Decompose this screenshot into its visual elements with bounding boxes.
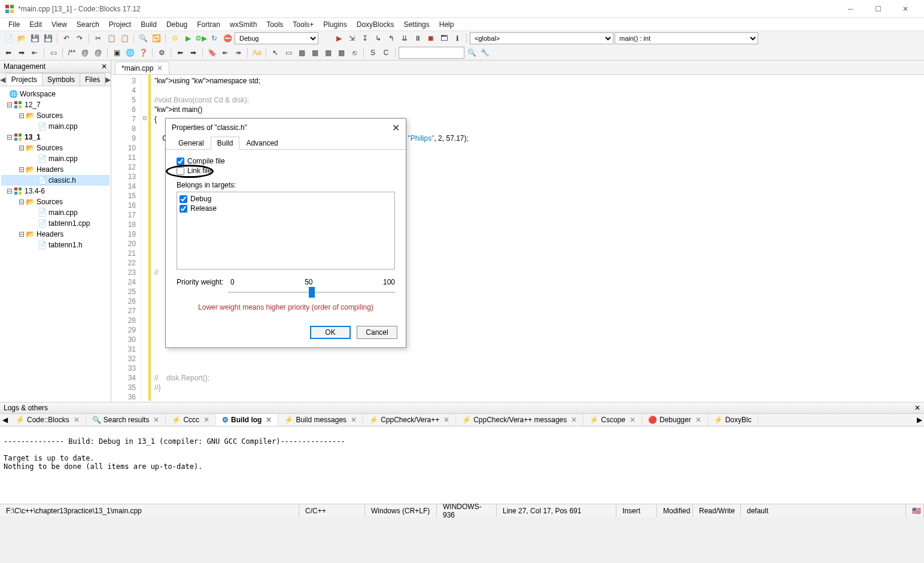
log-tab-buildlog[interactable]: ⚙Build log✕ <box>216 414 278 426</box>
mgmt-prev-icon[interactable]: ◀ <box>0 75 6 84</box>
mgmt-next-icon[interactable]: ▶ <box>105 75 111 84</box>
management-close-icon[interactable]: ✕ <box>101 62 107 71</box>
tab-close-icon[interactable]: ✕ <box>203 416 209 424</box>
tab-general[interactable]: General <box>172 137 211 150</box>
grid4-icon[interactable]: ▦ <box>335 47 347 59</box>
tab-build[interactable]: Build <box>211 137 240 150</box>
search-go-icon[interactable]: 🔍 <box>466 47 478 59</box>
search-opts-icon[interactable]: 🔧 <box>479 47 491 59</box>
run-doxy-icon[interactable]: ▣ <box>111 47 123 59</box>
tab-close-icon[interactable]: ✕ <box>153 416 159 424</box>
doxy-icon[interactable]: @ <box>79 47 91 59</box>
build-icon[interactable]: ⚙ <box>169 32 181 44</box>
paste-icon[interactable]: 📋 <box>118 32 130 44</box>
log-tab-cppcheckmsg[interactable]: ⚡CppCheck/Vera++ messages✕ <box>456 414 583 426</box>
search-input[interactable] <box>399 47 464 59</box>
tab-close-icon[interactable]: ✕ <box>695 416 701 424</box>
log-tab-doxy[interactable]: ⚡DoxyBlc <box>708 414 758 426</box>
tab-close-icon[interactable]: ✕ <box>571 416 577 424</box>
target-release[interactable]: Release <box>180 204 392 213</box>
break-icon[interactable]: ⏸ <box>412 32 424 44</box>
menu-build[interactable]: Build <box>136 19 162 30</box>
replace-icon[interactable]: 🔁 <box>150 32 162 44</box>
run-icon[interactable]: ▶ <box>182 32 194 44</box>
expand-icon[interactable]: ⊟ <box>6 101 13 109</box>
folder-name[interactable]: Headers <box>37 230 63 238</box>
tab-close-icon[interactable]: ✕ <box>74 416 80 424</box>
doxy-config-icon[interactable]: ⚙ <box>156 47 168 59</box>
target-debug[interactable]: Debug <box>180 195 392 203</box>
tab-projects[interactable]: Projects <box>6 73 42 86</box>
expand-icon[interactable]: ⊟ <box>18 165 25 174</box>
fold-column[interactable]: ⊟ <box>141 75 148 402</box>
link-file-checkbox[interactable]: Link file <box>177 167 395 175</box>
doxy-chm-icon[interactable]: ❓ <box>137 47 149 59</box>
debug-run-icon[interactable]: ▶ <box>333 32 345 44</box>
menu-view[interactable]: View <box>47 19 72 30</box>
logs-body[interactable]: -------------- Build: Debug in 13_1 (com… <box>0 426 924 504</box>
expand-icon[interactable]: ⊟ <box>6 133 13 141</box>
save-icon[interactable]: 💾 <box>29 32 41 44</box>
info-icon[interactable]: ℹ <box>451 32 463 44</box>
doxy-html-icon[interactable]: 🌐 <box>124 47 136 59</box>
nav-last-icon[interactable]: ⇤ <box>29 47 41 59</box>
grid2-icon[interactable]: ▦ <box>309 47 321 59</box>
build-run-icon[interactable]: ⚙▶ <box>195 32 207 44</box>
menu-wxsmith[interactable]: wxSmith <box>225 19 262 30</box>
file-name[interactable]: tabtenn1.cpp <box>48 219 90 228</box>
log-tab-buildmsg[interactable]: ⚡Build messages✕ <box>278 414 363 426</box>
copy-icon[interactable]: 📋 <box>105 32 117 44</box>
box-icon[interactable]: ▭ <box>282 47 294 59</box>
expand-icon[interactable]: ⊟ <box>18 144 25 152</box>
text-s-icon[interactable]: S <box>367 47 379 59</box>
priority-slider[interactable] <box>228 286 395 298</box>
cursor-icon[interactable]: ↖ <box>269 47 281 59</box>
comment-icon[interactable]: /** <box>66 47 78 59</box>
break-tool-icon[interactable]: ⎋ <box>348 47 360 59</box>
build-target-combo[interactable]: Debug <box>235 32 318 44</box>
rebuild-icon[interactable]: ↻ <box>208 32 220 44</box>
doxy2-icon[interactable]: @ <box>92 47 104 59</box>
compile-file-input[interactable] <box>177 158 184 165</box>
bookmark-next-icon[interactable]: ↠ <box>232 47 244 59</box>
link-file-input[interactable] <box>177 167 184 175</box>
undo-icon[interactable]: ↶ <box>60 32 72 44</box>
menu-search[interactable]: Search <box>72 19 104 30</box>
logs-close-icon[interactable]: ✕ <box>914 404 920 412</box>
open-icon[interactable]: 📂 <box>16 32 28 44</box>
save-all-icon[interactable]: 💾 <box>42 32 54 44</box>
tab-close-icon[interactable]: ✕ <box>157 64 163 72</box>
expand-icon[interactable]: ⊟ <box>18 230 25 238</box>
run-to-cursor-icon[interactable]: ⇲ <box>346 32 358 44</box>
tab-symbols[interactable]: Symbols <box>42 73 80 86</box>
arrow-left-icon[interactable]: ⬅ <box>174 47 186 59</box>
arrow-right-icon[interactable]: ➡ <box>187 47 199 59</box>
log-tab-cppcheck[interactable]: ⚡CppCheck/Vera++✕ <box>363 414 456 426</box>
project-name[interactable]: 13.4-6 <box>25 187 45 195</box>
logs-prev-icon[interactable]: ◀ <box>0 416 10 424</box>
menu-debug[interactable]: Debug <box>162 19 192 30</box>
stop-icon[interactable]: ⏹ <box>425 32 437 44</box>
nav-fwd-icon[interactable]: ➡ <box>16 47 28 59</box>
scope-combo[interactable]: <global> <box>470 32 613 44</box>
folder-name[interactable]: Sources <box>37 144 63 152</box>
step-out-icon[interactable]: ↰ <box>385 32 397 44</box>
grid3-icon[interactable]: ▦ <box>322 47 334 59</box>
workspace-label[interactable]: Workspace <box>20 90 56 98</box>
log-tab-search[interactable]: 🔍Search results✕ <box>86 414 166 426</box>
step-into-icon[interactable]: ↳ <box>372 32 384 44</box>
editor-tab[interactable]: *main.cpp ✕ <box>115 62 169 74</box>
expand-icon[interactable]: ⊟ <box>6 187 13 195</box>
folder-name[interactable]: Sources <box>37 111 63 120</box>
dialog-close-icon[interactable]: ✕ <box>392 122 400 134</box>
debug-windows-icon[interactable]: 🗔 <box>438 32 450 44</box>
function-combo[interactable]: main() : int <box>615 32 758 44</box>
new-file-icon[interactable]: 📄 <box>2 32 14 44</box>
minimize-button[interactable]: ─ <box>837 0 864 18</box>
file-name[interactable]: main.cpp <box>48 155 78 163</box>
maximize-button[interactable]: ☐ <box>864 0 892 18</box>
slider-thumb[interactable] <box>309 287 315 298</box>
bookmark-icon[interactable]: 🔖 <box>206 47 218 59</box>
tab-files[interactable]: Files <box>80 73 105 86</box>
file-name[interactable]: main.cpp <box>48 208 78 217</box>
